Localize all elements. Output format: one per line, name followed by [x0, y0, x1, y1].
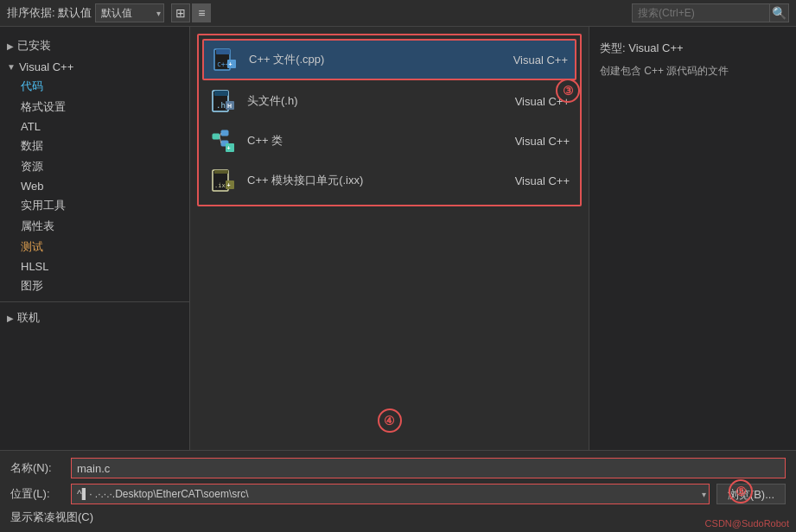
sort-label: 排序依据: 默认值	[7, 5, 92, 21]
location-wrapper: ^▌· .·.·.·.Desktop\EtherCAT\soem\src\ ▾	[71, 484, 710, 504]
filename-input[interactable]	[71, 458, 786, 478]
installed-header[interactable]: ▶ 已安装	[0, 35, 189, 56]
sidebar-item-data[interactable]: 数据	[0, 136, 189, 156]
svg-rect-18	[214, 170, 221, 174]
class-file-type: Visual C++	[483, 135, 570, 148]
table-row[interactable]: + C++ 类 Visual C++	[202, 122, 576, 160]
svg-rect-19	[221, 170, 228, 174]
online-arrow-icon: ▶	[7, 314, 14, 323]
sidebar-item-graphics[interactable]: 图形	[0, 276, 189, 296]
visual-cpp-arrow-icon: ▼	[7, 62, 16, 72]
location-row: 位置(L): ^▌· .·.·.·.Desktop\EtherCAT\soem\…	[10, 484, 786, 504]
sidebar: ▶ 已安装 ▼ Visual C++ 代码 格式设置 ATL 数据 资源 Web…	[0, 27, 190, 450]
installed-label: 已安装	[17, 38, 51, 54]
file-list-container: c++ + C++ 文件(.cpp) Visual C++	[197, 34, 582, 206]
compact-view-label: 显示紧凑视图(C)	[10, 510, 93, 525]
installed-arrow-icon: ▶	[7, 41, 14, 51]
bottom-bar: 名称(N): 位置(L): ^▌· .·.·.·.Desktop\EtherCA…	[0, 450, 796, 532]
sidebar-item-web[interactable]: Web	[0, 177, 189, 195]
class-file-icon: +	[209, 127, 237, 155]
file-list-area: c++ + C++ 文件(.cpp) Visual C++	[190, 27, 589, 450]
svg-rect-10	[213, 134, 220, 139]
main-center: c++ + C++ 文件(.cpp) Visual C++	[190, 27, 796, 450]
online-label: 联机	[17, 310, 40, 326]
visual-cpp-header[interactable]: ▼ Visual C++	[0, 58, 189, 76]
svg-text:+: +	[229, 61, 232, 67]
sort-dropdown-wrapper[interactable]: 默认值 名称 类型 ▾	[95, 3, 164, 22]
sidebar-item-format[interactable]: 格式设置	[0, 97, 189, 117]
h-file-name: 头文件(.h)	[247, 93, 483, 109]
search-button[interactable]: 🔍	[770, 3, 789, 22]
search-wrapper: 🔍	[632, 3, 789, 22]
circle-4-label: ④	[378, 408, 402, 433]
online-header[interactable]: ▶ 联机	[0, 307, 189, 328]
visual-cpp-section: ▼ Visual C++ 代码 格式设置 ATL 数据 资源 Web 实用工具 …	[0, 56, 189, 298]
ixx-file-type: Visual C++	[483, 174, 570, 187]
sidebar-item-utility[interactable]: 实用工具	[0, 195, 189, 216]
info-description: 创建包含 C++ 源代码的文件	[600, 63, 786, 79]
location-label: 位置(L):	[10, 486, 71, 502]
list-view-button[interactable]: ≡	[192, 3, 211, 22]
online-section: ▶ 联机	[0, 306, 189, 330]
watermark: CSDN@SudoRobot	[705, 518, 789, 529]
name-label: 名称(N):	[10, 460, 71, 476]
h-file-icon: .h H	[209, 87, 237, 115]
main-content: ▶ 已安装 ▼ Visual C++ 代码 格式设置 ATL 数据 资源 Web…	[0, 27, 796, 450]
sidebar-item-resource[interactable]: 资源	[0, 156, 189, 177]
location-select[interactable]: ^▌· .·.·.·.Desktop\EtherCAT\soem\src\	[71, 484, 710, 504]
svg-rect-1	[216, 49, 230, 54]
sidebar-item-test[interactable]: 测试	[0, 237, 189, 257]
sort-dropdown[interactable]: 默认值 名称 类型	[95, 3, 164, 22]
svg-text:.h: .h	[216, 101, 226, 110]
info-type-label: 类型: Visual C++	[600, 41, 786, 56]
name-row: 名称(N):	[10, 458, 786, 478]
ixx-file-icon: .ixx +	[209, 167, 237, 194]
search-input[interactable]	[632, 3, 770, 22]
svg-text:H: H	[227, 103, 232, 109]
visual-cpp-label: Visual C++	[19, 60, 73, 73]
browse-button[interactable]: 浏览(B)...	[716, 484, 786, 504]
cpp-file-name: C++ 文件(.cpp)	[249, 52, 481, 67]
main-dialog: 排序依据: 默认值 默认值 名称 类型 ▾ ⊞ ≡ 🔍 ▶ 已安装	[0, 0, 796, 532]
compact-row: 显示紧凑视图(C)	[10, 510, 786, 525]
svg-rect-6	[214, 91, 228, 96]
table-row[interactable]: c++ + C++ 文件(.cpp) Visual C++	[202, 39, 576, 80]
cpp-file-icon: c++ +	[211, 46, 239, 73]
svg-line-14	[220, 136, 221, 143]
grid-view-button[interactable]: ⊞	[171, 3, 190, 22]
ixx-file-name: C++ 模块接口单元(.ixx)	[247, 173, 483, 188]
info-panel: 类型: Visual C++ 创建包含 C++ 源代码的文件	[589, 27, 796, 450]
installed-section: ▶ 已安装 ▼ Visual C++ 代码 格式设置 ATL 数据 资源 Web…	[0, 34, 189, 332]
sidebar-item-atl[interactable]: ATL	[0, 117, 189, 136]
svg-text:+: +	[227, 145, 231, 151]
svg-rect-11	[221, 130, 228, 136]
class-file-name: C++ 类	[247, 133, 483, 149]
sidebar-item-propsheet[interactable]: 属性表	[0, 216, 189, 237]
svg-text:+: +	[227, 182, 231, 188]
toolbar-row: 排序依据: 默认值 默认值 名称 类型 ▾ ⊞ ≡ 🔍	[0, 0, 796, 27]
h-file-type: Visual C++	[483, 95, 570, 108]
table-row[interactable]: .ixx + C++ 模块接口单元(.ixx) Visual C++	[202, 162, 576, 200]
sidebar-item-hlsl[interactable]: HLSL	[0, 257, 189, 276]
cpp-file-type: Visual C++	[481, 54, 568, 66]
table-row[interactable]: .h H 头文件(.h) Visual C++	[202, 82, 576, 120]
sidebar-item-code[interactable]: 代码	[0, 76, 189, 97]
sidebar-divider	[0, 301, 189, 302]
